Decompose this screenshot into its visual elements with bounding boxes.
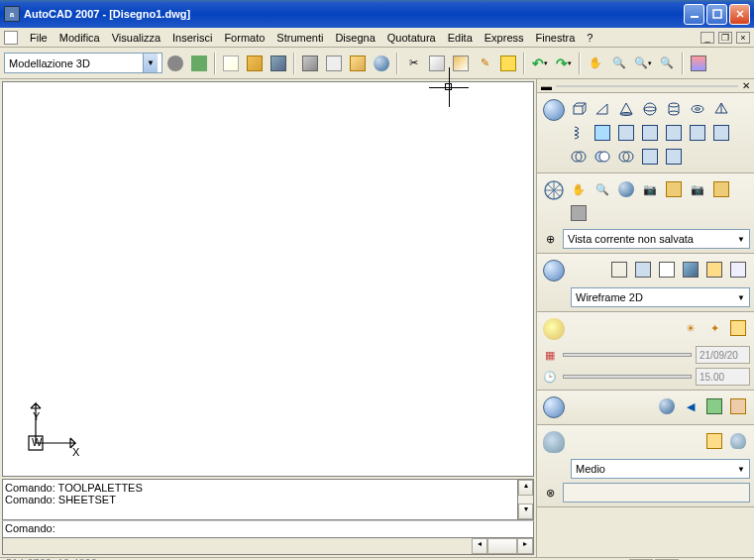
render-output-combo[interactable] [563,483,750,503]
paste-button[interactable] [450,53,472,74]
workspace-settings-button[interactable] [164,53,186,74]
command-prompt[interactable]: Comando: [5,522,55,534]
polysolid-button[interactable] [592,123,612,143]
render-preset-combo[interactable]: Medio ▼ [571,459,750,479]
menu-edita[interactable]: Edita [442,30,479,46]
date-slider[interactable] [563,353,692,357]
walkfly-button[interactable] [569,203,589,223]
menu-help[interactable]: ? [581,30,598,46]
menu-finestra[interactable]: Finestra [530,30,582,46]
extrude-button[interactable] [616,123,636,143]
block-editor-button[interactable] [497,53,519,74]
cylinder-button[interactable] [664,99,684,119]
redo-button[interactable]: ↷▾ [553,53,575,74]
wedge-button[interactable] [592,99,612,119]
sweep-button[interactable] [664,123,684,143]
minimize-button[interactable] [684,4,704,25]
workspace-combo[interactable]: Modellazione 3D ▼ [4,53,162,73]
scroll-left-button[interactable]: ◂ [472,538,487,554]
material-map-button[interactable] [728,396,748,416]
box-button[interactable] [569,99,589,119]
zoom-window-button[interactable]: 🔍▾ [632,53,654,74]
workspace-save-button[interactable] [188,53,210,74]
scroll-right-button[interactable]: ▸ [517,538,533,554]
time-field[interactable] [696,368,750,386]
light-distant-button[interactable] [728,318,748,338]
properties-button[interactable] [688,53,709,74]
menu-formato[interactable]: Formato [218,30,270,46]
save-button[interactable] [268,53,289,74]
command-history[interactable]: Comando: TOOLPALETTES Comando: SHEETSET [2,479,518,520]
light-point-button[interactable]: ☀ [681,318,700,338]
maximize-button[interactable] [706,4,727,25]
close-button[interactable] [729,4,750,25]
match-properties-button[interactable]: ✎ [474,53,495,74]
menu-inserisci[interactable]: Inserisci [166,30,218,46]
scroll-up-button[interactable]: ▴ [518,480,533,496]
panel-category-materials-icon[interactable] [541,394,567,420]
copy-button[interactable] [426,53,448,74]
undo-button[interactable]: ↶▾ [529,53,551,74]
plot-button[interactable] [299,53,321,74]
pan-button[interactable]: ✋ [569,179,589,199]
cone-button[interactable] [616,99,636,119]
menu-visualizza[interactable]: Visualizza [106,30,166,46]
mdi-restore-button[interactable]: ❐ [718,32,732,44]
menu-file[interactable]: File [24,30,54,46]
mdi-close-button[interactable]: × [736,32,750,44]
coordinates-display[interactable]: 514.2762, 19.4860 , 0.0000 [0,555,139,561]
panel-category-light-icon[interactable] [541,316,567,342]
union-button[interactable] [569,147,589,167]
menu-strumenti[interactable]: Strumenti [270,30,329,46]
command-vscrollbar[interactable]: ▴ ▾ [518,479,534,520]
render-crop-button[interactable] [728,431,748,451]
projection-icon[interactable]: ⊕ [541,233,559,246]
menu-express[interactable]: Express [479,30,530,46]
sphere-button[interactable] [640,99,660,119]
cut-button[interactable]: ✂ [402,53,424,74]
scroll-thumb[interactable] [487,538,517,554]
planar-surface-button[interactable] [640,147,660,167]
document-icon[interactable] [4,31,18,45]
3dorbit-button[interactable] [616,179,636,199]
vs-conceptual-button[interactable] [704,260,724,280]
vs-manage-button[interactable] [728,260,748,280]
3dswivel-button[interactable]: 📷 [640,179,660,199]
helix-button[interactable] [569,123,589,143]
material-library-button[interactable] [704,396,724,416]
target-icon[interactable]: ⊗ [541,487,559,500]
new-button[interactable] [220,53,242,74]
scroll-down-button[interactable]: ▾ [518,504,533,519]
zoom-button[interactable]: 🔍 [592,179,612,199]
view-combo[interactable]: Vista corrente non salvata ▼ [563,229,750,249]
clock-icon[interactable]: 🕒 [541,371,559,384]
zoom-realtime-button[interactable]: 🔍 [608,53,630,74]
plot-preview-button[interactable] [323,53,345,74]
3dwalk-button[interactable] [664,179,684,199]
pyramid-button[interactable] [711,99,731,119]
revolve-button[interactable] [688,123,707,143]
material-attach-button[interactable]: ◀ [681,396,700,416]
pan-button[interactable]: ✋ [585,53,606,74]
scroll-track[interactable] [518,496,533,504]
camera-button[interactable]: 📷 [688,179,707,199]
vs-hidden-button[interactable] [657,260,677,280]
animation-button[interactable] [711,179,731,199]
solidedit-button[interactable] [664,147,684,167]
vs-3dwireframe-button[interactable] [633,260,653,280]
torus-button[interactable] [688,99,707,119]
panel-category-render-icon[interactable] [541,429,567,455]
materials-button[interactable] [657,396,677,416]
panel-category-visualstyle-icon[interactable] [541,258,567,283]
panel-category-navigate-icon[interactable] [541,177,567,203]
panel-close-button[interactable]: ✕ [742,80,750,91]
intersect-button[interactable] [616,147,636,167]
subtract-button[interactable] [592,147,612,167]
vs-realistic-button[interactable] [681,260,700,280]
publish-button[interactable] [347,53,369,74]
vs-2dwireframe-button[interactable] [609,260,629,280]
open-button[interactable] [244,53,266,74]
menu-quotatura[interactable]: Quotatura [381,30,442,46]
panel-category-modeling-icon[interactable] [541,97,567,123]
command-hscrollbar[interactable]: ◂ ▸ [2,538,534,555]
